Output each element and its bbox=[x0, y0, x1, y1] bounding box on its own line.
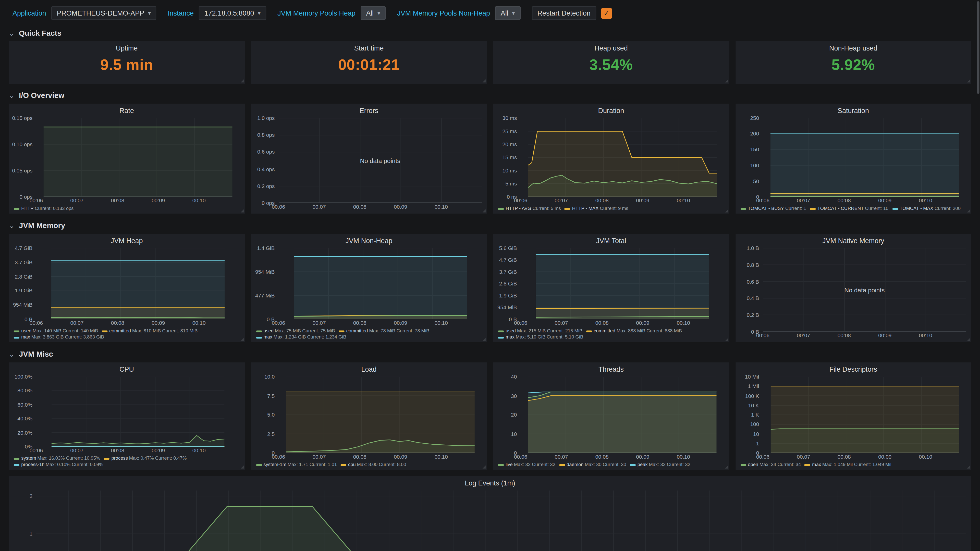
plot-area[interactable] bbox=[278, 248, 482, 319]
legend-item[interactable]: HTTP - AVGCurrent: 5 ms bbox=[498, 206, 561, 212]
x-tick-label: 00:07 bbox=[312, 454, 326, 460]
panel-title[interactable]: Start time bbox=[251, 41, 487, 53]
legend-color-dash bbox=[14, 208, 19, 210]
legend-item[interactable]: processMax: 0.47% Current: 0.47% bbox=[104, 455, 186, 462]
plot-area[interactable] bbox=[36, 118, 240, 197]
legend-item[interactable]: usedMax: 75 MiB Current: 75 MiB bbox=[256, 328, 335, 334]
legend-item[interactable]: committedMax: 78 MiB Current: 78 MiB bbox=[339, 328, 429, 334]
legend-item[interactable]: HTTPCurrent: 0.133 ops bbox=[14, 206, 73, 212]
section-quick-facts[interactable]: ⌄ Quick Facts bbox=[9, 29, 971, 38]
legend-item[interactable]: maxMax: 3.863 GiB Current: 3.863 GiB bbox=[14, 334, 104, 340]
panel-title[interactable]: File Descriptors bbox=[735, 362, 971, 374]
panel-title[interactable]: Load bbox=[251, 362, 487, 374]
legend-item[interactable]: maxMax: 1.234 GiB Current: 1.234 GiB bbox=[256, 334, 346, 340]
stat-value: 3.54% bbox=[493, 56, 729, 74]
y-tick-label: 5.0 bbox=[267, 412, 275, 418]
legend-series-stats: Max: 30 Current: 30 bbox=[585, 462, 626, 468]
panel-title[interactable]: JVM Total bbox=[493, 233, 729, 246]
y-tick-label: 4.7 GiB bbox=[499, 257, 517, 263]
plot-area[interactable] bbox=[36, 490, 966, 551]
plot-area[interactable] bbox=[520, 377, 724, 453]
plot-area[interactable] bbox=[278, 377, 482, 453]
legend-series-name: peak bbox=[638, 462, 648, 468]
section-jvm-memory[interactable]: ⌄ JVM Memory bbox=[9, 221, 971, 230]
panel-title[interactable]: CPU bbox=[9, 362, 245, 374]
legend-item[interactable]: openMax: 34 Current: 34 bbox=[740, 462, 801, 468]
y-tick-label: 1.0 ops bbox=[257, 115, 275, 121]
x-tick-label: 00:09 bbox=[878, 332, 891, 338]
panel-title[interactable]: Heap used bbox=[493, 41, 729, 53]
legend-item[interactable]: liveMax: 32 Current: 32 bbox=[498, 462, 555, 468]
y-tick-label: 2.8 GiB bbox=[499, 281, 517, 287]
y-tick-label: 30 ms bbox=[503, 115, 517, 121]
x-axis: 00:0600:0700:0800:0900:10 bbox=[763, 332, 966, 340]
panel-title[interactable]: Uptime bbox=[9, 41, 245, 53]
plot-area[interactable]: No data points bbox=[763, 248, 966, 332]
legend-item[interactable]: committedMax: 810 MiB Current: 810 MiB bbox=[102, 328, 197, 334]
y-tick-label: 40.0% bbox=[18, 416, 32, 422]
legend-item[interactable]: systemMax: 16.03% Current: 10.95% bbox=[14, 455, 100, 462]
heap-pools-dropdown-value: All bbox=[366, 10, 374, 17]
legend-color-dash bbox=[102, 330, 107, 332]
legend-item[interactable]: TOMCAT - CURRENTCurrent: 10 bbox=[810, 206, 888, 212]
stat-value: 00:01:21 bbox=[251, 56, 487, 74]
legend: TOMCAT - BUSYCurrent: 1TOMCAT - CURRENTC… bbox=[735, 205, 971, 213]
panel-load: Load 10.07.55.02.50 00:0600:0700:0800:09… bbox=[251, 362, 487, 470]
y-tick-label: 1.4 GiB bbox=[257, 245, 275, 251]
legend: usedMax: 215 MiB Current: 215 MiBcommitt… bbox=[493, 327, 729, 342]
y-axis: 21 bbox=[9, 490, 36, 551]
application-dropdown[interactable]: PROMETHEUS-DEMO-APP ▾ bbox=[51, 6, 156, 20]
y-tick-label: 20 bbox=[511, 412, 517, 418]
panel-title[interactable]: Saturation bbox=[735, 104, 971, 116]
legend-item[interactable]: maxMax: 5.10 GiB Current: 5.10 GiB bbox=[498, 334, 583, 340]
x-tick-label: 00:07 bbox=[555, 320, 568, 326]
x-tick-label: 00:07 bbox=[555, 197, 568, 203]
x-tick-label: 00:07 bbox=[70, 447, 83, 453]
instance-dropdown[interactable]: 172.18.0.5:8080 ▾ bbox=[199, 6, 266, 20]
plot-area[interactable] bbox=[520, 118, 724, 197]
plot-area[interactable] bbox=[36, 248, 240, 319]
legend-item[interactable]: maxMax: 1.049 Mil Current: 1.049 Mil bbox=[805, 462, 891, 468]
legend-item[interactable]: TOMCAT - BUSYCurrent: 1 bbox=[740, 206, 806, 212]
legend-item[interactable]: process-1hMax: 0.10% Current: 0.09% bbox=[14, 462, 103, 468]
legend-item[interactable]: HTTP - MAXCurrent: 9 ms bbox=[565, 206, 628, 212]
restart-detection-checkbox[interactable]: ✓ bbox=[601, 8, 612, 19]
panel-jvm-native-memory: JVM Native Memory 1.0 B0.8 B0.6 B0.4 B0.… bbox=[735, 233, 971, 342]
section-io-overview[interactable]: ⌄ I/O Overview bbox=[9, 91, 971, 100]
legend-item[interactable]: daemonMax: 30 Current: 30 bbox=[559, 462, 626, 468]
panel-title[interactable]: JVM Heap bbox=[9, 233, 245, 246]
panel-title[interactable]: JVM Native Memory bbox=[735, 233, 971, 246]
legend-color-dash bbox=[586, 330, 592, 332]
panel-title[interactable]: JVM Non-Heap bbox=[251, 233, 487, 246]
plot-area[interactable]: No data points bbox=[278, 118, 482, 203]
legend-item[interactable]: committedMax: 888 MiB Current: 888 MiB bbox=[586, 328, 682, 334]
legend-series-stats: Current: 200 bbox=[935, 206, 961, 212]
panel-title[interactable]: Errors bbox=[251, 104, 487, 116]
panel-title[interactable]: Threads bbox=[493, 362, 729, 374]
heap-pools-dropdown[interactable]: All ▾ bbox=[360, 6, 386, 20]
panel-title[interactable]: Non-Heap used bbox=[735, 41, 971, 53]
plot-area[interactable] bbox=[763, 118, 966, 197]
scrollbar-thumb[interactable] bbox=[977, 1, 980, 94]
y-axis: 0.15 ops0.10 ops0.05 ops0 ops bbox=[9, 118, 36, 197]
section-jvm-misc[interactable]: ⌄ JVM Misc bbox=[9, 350, 971, 359]
legend-color-dash bbox=[559, 464, 565, 465]
plot-area[interactable] bbox=[520, 248, 724, 319]
legend-item[interactable]: peakMax: 32 Current: 32 bbox=[630, 462, 690, 468]
legend-item[interactable]: system-1mMax: 1.71 Current: 1.01 bbox=[256, 462, 337, 468]
nonheap-pools-dropdown[interactable]: All ▾ bbox=[495, 6, 520, 20]
legend-item[interactable]: TOMCAT - MAXCurrent: 200 bbox=[892, 206, 961, 212]
panel-title[interactable]: Log Events (1m) bbox=[9, 476, 971, 488]
x-tick-label: 00:06 bbox=[514, 197, 527, 203]
legend-series-stats: Max: 215 MiB Current: 215 MiB bbox=[517, 328, 582, 334]
panel-title[interactable]: Rate bbox=[9, 104, 245, 116]
x-axis: 00:0600:0700:0800:0900:10 bbox=[36, 319, 240, 327]
panel-title[interactable]: Duration bbox=[493, 104, 729, 116]
instance-dropdown-value: 172.18.0.5:8080 bbox=[204, 10, 254, 17]
legend-item[interactable]: usedMax: 215 MiB Current: 215 MiB bbox=[498, 328, 582, 334]
legend-item[interactable]: usedMax: 140 MiB Current: 140 MiB bbox=[14, 328, 98, 334]
x-tick-label: 00:08 bbox=[595, 320, 609, 326]
legend-item[interactable]: cpuMax: 8.00 Current: 8.00 bbox=[341, 462, 406, 468]
plot-area[interactable] bbox=[763, 377, 966, 453]
plot-area[interactable] bbox=[36, 377, 240, 447]
